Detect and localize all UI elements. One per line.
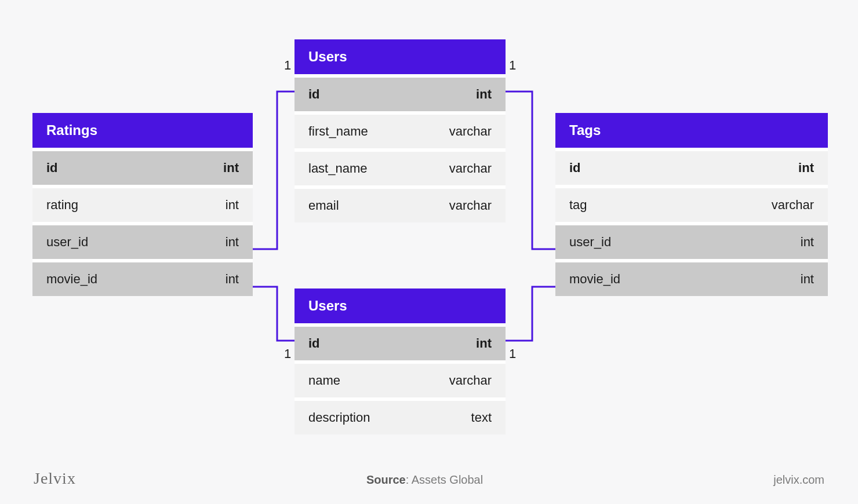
brand-logo: Jelvix — [34, 469, 76, 488]
column-name: id — [308, 336, 320, 351]
column-type: int — [226, 235, 239, 250]
column-type: int — [476, 336, 492, 351]
entity-table-tags: Tags id int tag varchar user_id int movi… — [555, 113, 828, 296]
column-name: user_id — [46, 235, 88, 250]
entity-header: Tags — [555, 113, 828, 148]
column-name: id — [46, 160, 58, 176]
diagram-canvas: 1 1 1 1 Ratings id int rating int user_i… — [0, 0, 858, 504]
column-name: tag — [569, 198, 587, 213]
table-row: last_name varchar — [295, 148, 506, 185]
cardinality-label: 1 — [509, 58, 516, 73]
table-row: first_name varchar — [295, 111, 506, 148]
table-row: id int — [295, 74, 506, 111]
column-type: varchar — [449, 373, 492, 388]
source-label: Source — [366, 473, 406, 486]
table-row: email varchar — [295, 185, 506, 222]
column-type: text — [471, 410, 492, 425]
column-type: varchar — [449, 161, 492, 176]
cardinality-label: 1 — [284, 346, 291, 361]
footer: Jelvix Source: Assets Global jelvix.com — [0, 469, 858, 488]
column-type: int — [801, 235, 814, 250]
column-name: name — [308, 373, 340, 388]
entity-header: Users — [295, 39, 506, 74]
column-type: int — [223, 160, 239, 176]
column-name: movie_id — [569, 272, 620, 287]
column-type: int — [226, 272, 239, 287]
entity-header: Ratings — [32, 113, 253, 148]
entity-table-users-bottom: Users id int name varchar description te… — [295, 288, 506, 434]
column-name: movie_id — [46, 272, 97, 287]
table-row: name varchar — [295, 360, 506, 397]
entity-table-ratings: Ratings id int rating int user_id int mo… — [32, 113, 253, 296]
table-row: tag varchar — [555, 185, 828, 222]
table-row: movie_id int — [32, 259, 253, 296]
column-type: int — [798, 160, 814, 176]
column-type: int — [801, 272, 814, 287]
table-row: id int — [295, 323, 506, 360]
table-row: id int — [32, 148, 253, 185]
table-row: description text — [295, 397, 506, 434]
column-name: id — [569, 160, 581, 176]
table-row: movie_id int — [555, 259, 828, 296]
source-value: : Assets Global — [406, 473, 483, 486]
column-type: int — [476, 87, 492, 102]
cardinality-label: 1 — [509, 346, 516, 361]
column-name: email — [308, 198, 339, 213]
table-row: user_id int — [555, 222, 828, 259]
column-type: varchar — [449, 124, 492, 139]
column-name: rating — [46, 198, 78, 213]
brand-url: jelvix.com — [773, 473, 824, 487]
column-type: varchar — [772, 198, 814, 213]
column-name: description — [308, 410, 370, 425]
table-row: id int — [555, 148, 828, 185]
column-name: last_name — [308, 161, 368, 176]
source-text: Source: Assets Global — [366, 473, 483, 487]
column-name: user_id — [569, 235, 611, 250]
table-row: user_id int — [32, 222, 253, 259]
column-name: first_name — [308, 124, 368, 139]
column-type: varchar — [449, 198, 492, 213]
column-name: id — [308, 87, 320, 102]
column-type: int — [226, 198, 239, 213]
table-row: rating int — [32, 185, 253, 222]
cardinality-label: 1 — [284, 58, 291, 73]
entity-header: Users — [295, 288, 506, 323]
entity-table-users-top: Users id int first_name varchar last_nam… — [295, 39, 506, 222]
